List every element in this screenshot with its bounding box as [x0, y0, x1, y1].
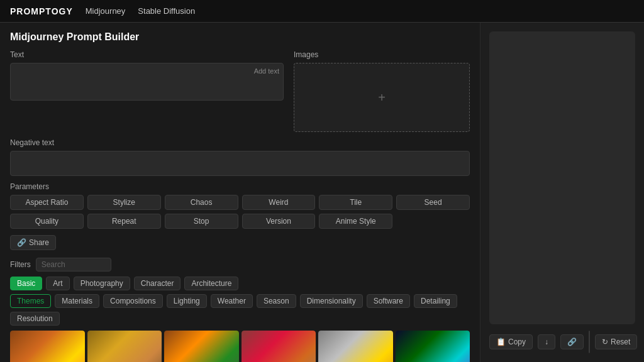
filters-row: Filters [10, 258, 470, 272]
right-panel: 📋 Copy ↓ 🔗 ↻ Reset [480, 23, 644, 362]
gallery-thumbnail [164, 331, 239, 362]
param-btn-weird[interactable]: Weird [242, 195, 316, 210]
param-btn-stop[interactable]: Stop [165, 214, 238, 229]
gallery-grid-row1: American footballAncient EgyptAncient Ja… [10, 331, 470, 362]
share-row: 🔗 Share [10, 235, 470, 250]
reset-icon: ↻ [602, 337, 608, 346]
gallery-item[interactable]: Atompunk [318, 331, 393, 362]
sub-tab-dimensionality[interactable]: Dimensionality [300, 294, 363, 308]
navbar: PROMPTOGY Midjourney Stable Diffusion [0, 0, 644, 23]
search-input[interactable] [36, 258, 111, 272]
text-label: Text [10, 50, 284, 59]
download-button[interactable]: ↓ [538, 334, 555, 349]
gallery-item[interactable]: Ancient Japan [164, 331, 239, 362]
cat-tab-photography[interactable]: Photography [74, 277, 130, 290]
param-btn-chaos[interactable]: Chaos [165, 195, 238, 210]
parameters-grid: Aspect RatioStylizeChaosWeirdTileSeedQua… [10, 195, 470, 229]
preview-box [489, 31, 635, 324]
cat-tab-character[interactable]: Character [134, 277, 181, 290]
cat-tab-art[interactable]: Art [46, 277, 69, 290]
link-button[interactable]: 🔗 [560, 334, 584, 349]
gallery-thumbnail [87, 331, 162, 362]
main-layout: Midjourney Prompt Builder Text Add text … [0, 23, 644, 362]
gallery-thumbnail [10, 331, 85, 362]
param-btn-version[interactable]: Version [242, 214, 316, 229]
sub-tab-weather[interactable]: Weather [211, 294, 253, 308]
param-btn-seed[interactable]: Seed [396, 195, 470, 210]
negative-text-section: Negative text [10, 138, 470, 176]
gallery-thumbnail [318, 331, 393, 362]
share-button[interactable]: 🔗 Share [10, 235, 56, 250]
logo: PROMPTOGY [10, 6, 73, 16]
left-panel: Midjourney Prompt Builder Text Add text … [0, 23, 480, 362]
text-input-box[interactable]: Add text [10, 63, 284, 101]
param-btn-repeat[interactable]: Repeat [87, 214, 161, 229]
cat-tab-architecture[interactable]: Architecture [184, 277, 238, 290]
nav-midjourney[interactable]: Midjourney [86, 6, 126, 16]
param-btn-anime-style[interactable]: Anime Style [319, 214, 392, 229]
gallery-thumbnail [396, 331, 470, 362]
right-actions: 📋 Copy ↓ 🔗 ↻ Reset [489, 331, 635, 353]
share-icon: 🔗 [17, 238, 26, 247]
gallery-item[interactable]: American football [10, 331, 85, 362]
sub-tab-season[interactable]: Season [257, 294, 296, 308]
parameters-section: Parameters Aspect RatioStylizeChaosWeird… [10, 182, 470, 229]
images-upload-area[interactable]: + [294, 63, 470, 132]
sub-tab-detailing[interactable]: Detailing [414, 294, 457, 308]
param-btn-stylize[interactable]: Stylize [87, 195, 161, 210]
page-title: Midjourney Prompt Builder [10, 31, 470, 43]
sub-tab-resolution[interactable]: Resolution [10, 312, 60, 326]
text-images-row: Text Add text Images + [10, 50, 470, 132]
copy-button[interactable]: 📋 Copy [489, 334, 533, 349]
images-section: Images + [294, 50, 470, 132]
sub-tab-themes[interactable]: Themes [10, 294, 51, 308]
sub-tabs: ThemesMaterialsCompositionsLightingWeath… [10, 294, 470, 326]
sub-tab-materials[interactable]: Materials [55, 294, 99, 308]
reset-button[interactable]: ↻ Reset [595, 334, 637, 349]
param-btn-quality[interactable]: Quality [10, 214, 84, 229]
parameters-label: Parameters [10, 182, 470, 191]
prompt-output [589, 331, 590, 353]
sub-tab-lighting[interactable]: Lighting [167, 294, 207, 308]
images-label: Images [294, 50, 470, 59]
sub-tab-compositions[interactable]: Compositions [103, 294, 163, 308]
negative-text-input[interactable] [10, 151, 470, 176]
sub-tab-software[interactable]: Software [367, 294, 410, 308]
copy-icon: 📋 [496, 337, 506, 346]
nav-stable-diffusion[interactable]: Stable Diffusion [138, 6, 195, 16]
param-btn-aspect-ratio[interactable]: Aspect Ratio [10, 195, 84, 210]
cat-tab-basic[interactable]: Basic [10, 277, 42, 290]
gallery-item[interactable]: Aurora Borealis [396, 331, 470, 362]
add-text-button[interactable]: Add text [254, 67, 279, 75]
gallery-item[interactable]: Ancient Egypt [87, 331, 162, 362]
gallery-item[interactable]: Ancient Rome [242, 331, 316, 362]
negative-text-label: Negative text [10, 138, 470, 147]
link-icon: 🔗 [567, 337, 577, 346]
filters-label: Filters [10, 260, 31, 269]
download-icon: ↓ [545, 337, 548, 346]
gallery-thumbnail [242, 331, 316, 362]
text-section: Text Add text [10, 50, 284, 132]
param-btn-tile[interactable]: Tile [319, 195, 392, 210]
category-tabs: BasicArtPhotographyCharacterArchitecture [10, 277, 470, 290]
plus-icon: + [378, 90, 386, 105]
